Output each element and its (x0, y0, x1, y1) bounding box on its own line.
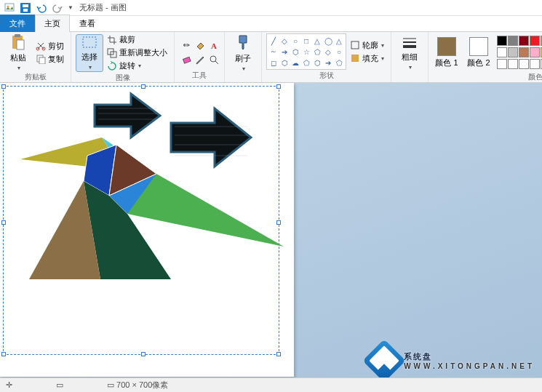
group-clipboard-label: 剪贴板 (25, 71, 47, 82)
cut-button[interactable]: 剪切 (33, 40, 66, 52)
svg-rect-7 (17, 40, 24, 49)
group-shapes-label: 形状 (319, 70, 334, 81)
paste-label: 粘贴 (10, 52, 26, 63)
picker-tool[interactable] (193, 52, 207, 67)
cursor-pos-icon: ✛ (6, 380, 12, 390)
shape-option[interactable]: ○ (334, 47, 344, 57)
svg-rect-12 (83, 37, 96, 47)
color-swatch-empty[interactable] (530, 59, 540, 69)
zoom-tool[interactable] (207, 52, 221, 67)
group-stroke: 粗细▾ (391, 32, 429, 82)
watermark-logo-icon (362, 339, 405, 382)
color-swatch[interactable] (508, 36, 518, 46)
shape-option[interactable]: ○ (290, 36, 300, 46)
text-tool[interactable]: A (207, 39, 221, 53)
tab-view[interactable]: 查看 (70, 15, 105, 32)
shapes-gallery[interactable]: ╱◇○□△◯△～➔⬡☆⬠◇○◻⬡☁⬠⬡➔⬠ (266, 33, 346, 70)
group-image-label: 图像 (116, 72, 130, 83)
color-swatch-empty[interactable] (497, 59, 507, 69)
brush-icon (235, 34, 251, 52)
group-tools: ✏ A 工具 (175, 32, 225, 82)
watermark-url: WWW.XITONGPAN.NET (404, 362, 535, 370)
shape-option[interactable]: ～ (268, 47, 279, 57)
selection-marquee[interactable] (3, 86, 279, 355)
crop-icon (107, 35, 117, 45)
shape-fill-button[interactable]: 填充▾ (348, 52, 386, 65)
color1-swatch (437, 37, 456, 56)
shape-option[interactable]: ⬡ (279, 57, 290, 68)
color-swatch[interactable] (519, 47, 529, 57)
paste-button[interactable]: 粘贴▾ (4, 33, 32, 71)
group-colors: 颜色 1 颜色 2 编辑颜色 颜色 (429, 32, 542, 82)
resize-button[interactable]: 重新调整大小 (105, 47, 170, 59)
color-swatch[interactable] (530, 36, 540, 46)
color-swatch[interactable] (530, 47, 540, 57)
cut-icon (36, 41, 46, 51)
shape-option[interactable]: ⬠ (334, 57, 344, 68)
copy-button[interactable]: 复制 (33, 53, 66, 65)
shape-option[interactable]: △ (312, 36, 322, 46)
select-icon (81, 36, 97, 50)
shape-option[interactable]: ⬡ (312, 57, 322, 68)
color-swatch[interactable] (519, 36, 529, 46)
shape-option[interactable]: ⬡ (290, 47, 300, 57)
group-brushes: 刷子▾ (225, 32, 262, 82)
group-tools-label: 工具 (192, 70, 207, 81)
color1-button[interactable]: 颜色 1 (433, 33, 461, 71)
watermark: 系统盘 WWW.XITONGPAN.NET (369, 345, 535, 376)
redo-icon[interactable] (51, 1, 64, 15)
canvas[interactable] (0, 83, 294, 377)
selection-size-icon: ▭ (56, 380, 63, 390)
stroke-icon (402, 36, 418, 50)
shape-option[interactable]: ☁ (290, 57, 300, 68)
workspace (0, 83, 542, 377)
color-swatch[interactable] (508, 47, 518, 57)
resize-icon (107, 48, 117, 58)
status-bar: ✛ ▭ ▭ 700 × 700像素 (0, 377, 542, 392)
shape-option[interactable]: ╱ (268, 36, 279, 46)
group-image: 选择▾ 裁剪 重新调整大小 旋转▾ 图像 (71, 32, 175, 82)
color-swatch-empty[interactable] (519, 59, 529, 69)
rotate-button[interactable]: 旋转▾ (105, 60, 170, 72)
shape-option[interactable]: ◇ (323, 47, 333, 57)
color-swatch[interactable] (497, 47, 507, 57)
shape-option[interactable]: ➔ (279, 47, 290, 57)
ribbon-tabs: 文件 主页 查看 (0, 16, 542, 32)
fill-icon (350, 53, 360, 63)
shape-option[interactable]: △ (334, 36, 344, 46)
shape-option[interactable]: ⬠ (312, 47, 322, 57)
shape-option[interactable]: ◯ (323, 36, 333, 46)
color-swatch[interactable] (497, 36, 507, 46)
svg-rect-3 (23, 4, 28, 7)
tab-file[interactable]: 文件 (0, 15, 35, 32)
stroke-width-button[interactable]: 粗细▾ (396, 34, 423, 72)
tab-home[interactable]: 主页 (35, 15, 70, 32)
brush-button[interactable]: 刷子▾ (229, 34, 257, 72)
color-swatch-empty[interactable] (508, 59, 518, 69)
shape-option[interactable]: ➔ (323, 57, 333, 68)
shape-option[interactable]: □ (301, 36, 311, 46)
crop-button[interactable]: 裁剪 (105, 33, 170, 46)
window-title: 无标题 - 画图 (79, 2, 127, 13)
color2-button[interactable]: 颜色 2 (465, 33, 493, 71)
fill-tool[interactable] (193, 39, 207, 53)
app-icon[interactable] (3, 1, 16, 15)
watermark-brand: 系统盘 (404, 352, 432, 361)
shape-option[interactable]: ☆ (301, 47, 311, 57)
svg-rect-17 (351, 41, 359, 49)
group-shapes: ╱◇○□△◯△～➔⬡☆⬠◇○◻⬡☁⬠⬡➔⬠ 轮廓▾ 填充▾ 形状 (262, 32, 391, 82)
svg-rect-18 (351, 55, 359, 62)
select-button[interactable]: 选择▾ (76, 34, 103, 72)
pencil-tool[interactable]: ✏ (179, 39, 194, 53)
shape-outline-button[interactable]: 轮廓▾ (348, 39, 386, 52)
outline-icon (350, 40, 360, 50)
shape-option[interactable]: ⬠ (301, 57, 311, 68)
copy-icon (36, 54, 46, 64)
qat-dropdown-icon[interactable]: ▼ (68, 4, 73, 11)
eraser-tool[interactable] (179, 52, 194, 67)
shape-option[interactable]: ◇ (279, 36, 290, 46)
undo-icon[interactable] (35, 1, 48, 15)
save-icon[interactable] (19, 1, 32, 15)
canvas-dims: ▭ 700 × 700像素 (107, 380, 168, 391)
shape-option[interactable]: ◻ (268, 57, 279, 68)
